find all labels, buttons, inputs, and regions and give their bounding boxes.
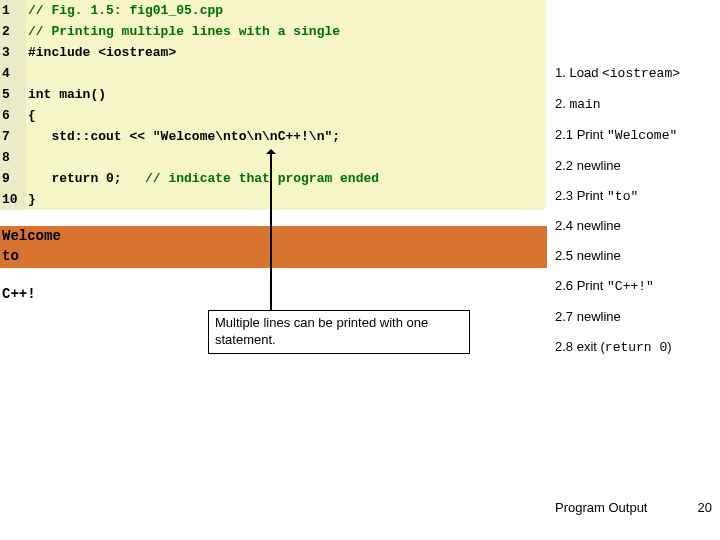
annot-1: 1. Load <iostream> [555, 65, 715, 83]
annot-7: 2.5 newline [555, 248, 715, 265]
code-text [26, 63, 545, 84]
arrow-icon [270, 152, 272, 312]
line-number: 2 [0, 21, 26, 42]
output-cpp: C++! [0, 286, 545, 302]
code-text: // Fig. 1.5: fig01_05.cpp [26, 0, 545, 21]
line-number: 3 [0, 42, 26, 63]
line-number: 5 [0, 84, 26, 105]
code-text [26, 147, 545, 168]
annotation-list: 1. Load <iostream> 2. main 2.1 Print "We… [555, 65, 715, 370]
annot-5: 2.3 Print "to" [555, 188, 715, 206]
code-text: #include <iostream> [26, 42, 545, 63]
annot-8: 2.6 Print "C++!" [555, 278, 715, 296]
annot-10: 2.8 exit (return 0) [555, 339, 715, 357]
program-output-label: Program Output [555, 500, 648, 515]
line-number: 7 [0, 126, 26, 147]
code-text: int main() [26, 84, 545, 105]
annot-4: 2.2 newline [555, 158, 715, 175]
annot-6: 2.4 newline [555, 218, 715, 235]
output-welcome-to: Welcome to [0, 226, 547, 268]
line-number: 9 [0, 168, 26, 189]
page-number: 20 [698, 500, 712, 515]
callout-box: Multiple lines can be printed with one s… [208, 310, 470, 354]
code-block: 1// Fig. 1.5: fig01_05.cpp2// Printing m… [0, 0, 545, 210]
line-number: 6 [0, 105, 26, 126]
line-number: 4 [0, 63, 26, 84]
code-text: } [26, 189, 545, 210]
code-text: std::cout << "Welcome\nto\n\nC++!\n"; [26, 126, 545, 147]
annot-3: 2.1 Print "Welcome" [555, 127, 715, 145]
code-text: // Printing multiple lines with a single [26, 21, 545, 42]
code-text: { [26, 105, 545, 126]
output-area: Welcome to C++! [0, 226, 545, 302]
annot-9: 2.7 newline [555, 309, 715, 326]
annot-2: 2. main [555, 96, 715, 114]
line-number: 8 [0, 147, 26, 168]
line-number: 10 [0, 189, 26, 210]
code-text: return 0; // indicate that program ended [26, 168, 545, 189]
line-number: 1 [0, 0, 26, 21]
